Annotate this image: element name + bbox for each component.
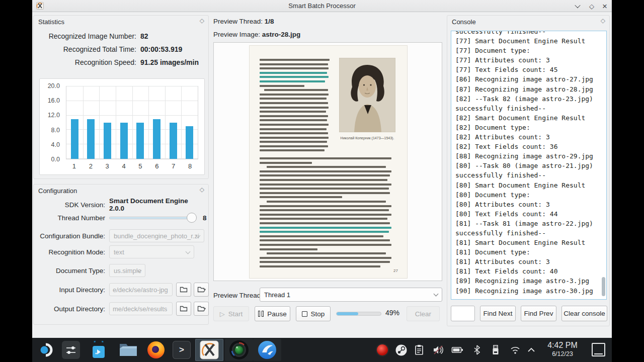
output-directory-open-button[interactable] [194,302,209,316]
console-search-input[interactable] [451,306,475,321]
output-directory-field[interactable] [109,302,173,315]
close-button[interactable]: × [599,0,611,12]
play-icon: ▷ [220,310,225,318]
taskbar-smart-batch-processor[interactable] [195,339,223,361]
clear-console-button[interactable]: Clear console [561,306,607,321]
statistics-panel: Statistics ◇ Recognized Image Number:82 … [33,15,209,179]
folder-open-icon [197,286,206,293]
battery-icon[interactable] [451,344,463,356]
clipboard-icon[interactable] [413,344,425,356]
preview-thread-select[interactable]: Thread 1 [260,288,442,302]
chart-bar [87,119,95,159]
portrait-caption: Николай Коперник (1473—1543). [338,136,397,140]
input-directory-browse-button[interactable] [176,283,191,297]
input-directory-open-button[interactable] [194,283,209,297]
input-directory-field[interactable] [109,283,173,296]
volume-muted-icon[interactable] [432,344,444,356]
console-line: [89] Recognizing image astro-3.jpg [455,276,606,286]
stat-row: Recognition Speed:91.25 images/min [38,56,203,69]
chart-plot-area [66,86,198,159]
configuration-title: Configuration [38,187,77,195]
input-directory-label: Input Directory: [39,286,105,294]
collapse-diamond-icon[interactable]: ◇ [200,17,204,24]
console-line: [80] Attributes count: 3 [455,200,606,209]
copernicus-portrait-image [339,58,395,132]
thread-number-value: 8 [203,214,207,222]
chevron-down-icon [186,249,191,254]
preview-thread-indicator: Preview Thread: 1/8 [213,18,274,25]
stop-icon [302,311,307,317]
terminal-icon[interactable]: > [173,341,191,359]
minimize-icon [575,3,580,8]
configuration-bundle-label: Configuration Bundle: [39,232,105,240]
start-button[interactable]: ▷ Start [213,306,249,321]
console-line: [90] Recognizing image astro-30.jpg [455,286,606,296]
bluetooth-icon[interactable] [471,344,483,356]
console-line: [82] Attributes count: 3 [455,132,606,142]
taskbar-camera-app[interactable] [225,339,253,361]
output-directory-browse-button[interactable] [176,302,191,316]
configuration-bundle-select[interactable]: bundle_docengine_photo_r.zi [109,229,204,242]
find-prev-button[interactable]: Find Prev [521,306,556,321]
document-type-select[interactable]: us.simple [109,264,145,277]
minimize-button[interactable] [572,0,584,12]
console-line: successfully finished-- [455,170,606,180]
console-line: [80] Smart Document Engine Result [455,180,606,190]
collapse-diamond-icon[interactable]: ◇ [200,186,204,193]
preview-viewport: Николай Коперник (1473—1543). 27 [213,42,442,281]
pause-button[interactable]: Pause [255,306,290,321]
smart-batch-processor-icon [200,340,219,359]
console-line: [82] Document type: [455,123,606,132]
statistics-title: Statistics [38,18,64,26]
console-panel: Console ◇ successfully finished--[77] Sm… [447,15,610,326]
launcher-icon[interactable] [38,342,53,357]
console-line: [77] Smart Document Engine Result [455,36,606,46]
page-left-column [260,58,332,154]
clock-widget[interactable]: 4:42 PM 6/12/23 [539,340,586,358]
console-scrollbar-thumb[interactable] [602,277,605,296]
page-number: 27 [393,268,398,273]
folder-icon [180,286,188,293]
console-line: successfully finished-- [455,31,606,36]
stop-button[interactable]: Stop [296,306,331,321]
folder-open-icon [197,305,206,312]
recording-indicator-icon[interactable] [376,344,388,356]
output-directory-label: Output Directory: [39,305,105,313]
camera-lens-icon [229,340,249,360]
console-line: [77] Text Fields count: 45 [455,65,606,74]
tray-expand-icon[interactable] [525,344,537,356]
console-log[interactable]: successfully finished--[77] Smart Docume… [451,31,607,300]
progress-fill [337,312,358,315]
chart-bar [186,126,193,159]
virtual-desktop-pager[interactable] [592,343,605,356]
console-line: [80] --Task 80 (image astro-21.jpg) [455,161,606,170]
recognition-mode-select[interactable]: text [109,245,194,258]
slider-handle[interactable] [187,213,197,223]
maximize-button[interactable]: ◇ [586,0,598,12]
collapse-diamond-icon[interactable]: ◇ [601,17,605,24]
find-next-button[interactable]: Find Next [480,306,516,321]
chevron-down-icon [434,292,439,297]
console-line: [81] Document type: [455,247,606,257]
page-body-text [260,157,397,267]
sdk-version-value: Smart Document Engine 2.0.0 [109,197,204,212]
page-portrait: Николай Коперник (1473—1543). [338,58,397,154]
steam-icon[interactable] [395,344,407,356]
console-line: [81] Smart Document Engine Result [455,238,606,247]
document-type-label: Document Type: [39,267,105,275]
taskbar-media-player-app[interactable] [253,339,281,361]
file-manager-icon[interactable] [119,341,138,358]
chart-bar [153,119,160,159]
console-line: successfully finished-- [455,104,606,113]
settings-icon[interactable] [62,341,80,359]
usb-drive-icon[interactable] [490,344,502,356]
titlebar[interactable]: Smart Batch Processor ◇ × [32,0,612,12]
firefox-icon[interactable] [147,341,165,359]
clear-button[interactable]: Clear [407,306,440,321]
preview-image-indicator: Preview Image: astro-28.jpg [213,31,300,38]
discover-store-icon[interactable] [89,340,108,359]
wifi-icon[interactable] [509,344,521,356]
preview-thread-select-label: Preview Thread: [213,292,263,299]
thread-number-slider[interactable] [109,213,196,223]
chart-x-axis: 12345678 [66,162,198,171]
